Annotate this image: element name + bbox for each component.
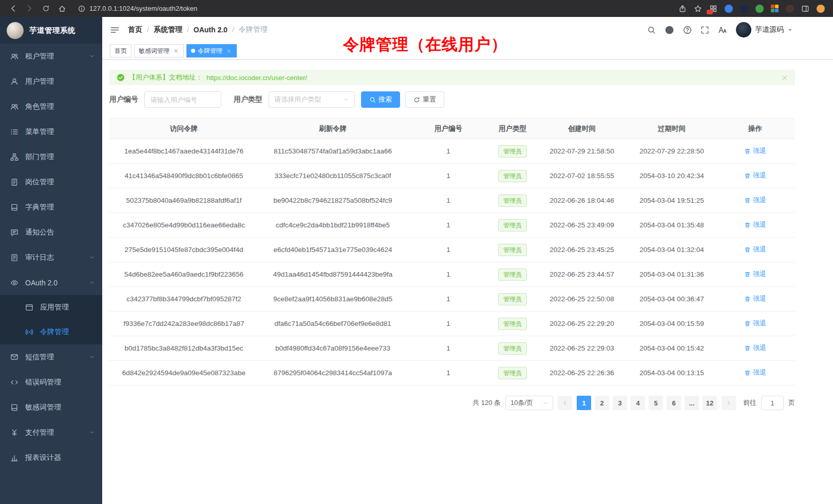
forward-icon[interactable] [23,3,36,15]
sidebar-item-notice[interactable]: 通知公告 [0,220,102,245]
table-row: 54d6be82ee5a460a9aedc1f9bf22365649d1aa46… [109,262,795,287]
force-logout-button[interactable]: 强退 [744,319,766,328]
breadcrumb-item: 令牌管理 [239,25,268,34]
home-icon[interactable] [55,3,69,15]
collapse-menu-icon[interactable] [110,25,120,35]
breadcrumb-item[interactable]: OAuth 2.0 [194,26,228,34]
tab-sensitive-word[interactable]: 敏感词管理 [134,44,184,57]
sidebar-item-oauth2[interactable]: OAuth 2.0 [0,270,102,295]
sidebar-item-menu[interactable]: 菜单管理 [0,119,102,144]
user-id-cell: 1 [446,197,450,204]
pagination-page-3[interactable]: 3 [613,396,627,410]
pagination-page-2[interactable]: 2 [595,396,609,410]
pagination-next[interactable] [722,396,736,410]
force-logout-button[interactable]: 强退 [744,245,766,254]
access-token-cell: b0d1785bc3a8482f812db4a3f3bd15ec [124,344,243,352]
sidebar-item-oauth2-app[interactable]: 应用管理 [0,295,102,320]
force-logout-button[interactable]: 强退 [744,343,766,353]
page-size-select[interactable]: 10条/页 [505,396,553,410]
pagination-page-5[interactable]: 5 [649,396,663,410]
delete-icon [744,320,751,327]
force-logout-button[interactable]: 强退 [744,368,766,377]
announcement-icon [10,228,18,237]
share-icon[interactable] [678,5,687,13]
sidebar-item-audit-log[interactable]: 审计日志 [0,245,102,270]
app-logo[interactable]: 芋道管理系统 [0,17,102,44]
user-type-select[interactable]: 请选择用户类型 [269,91,355,108]
extension-dark-icon[interactable] [740,5,748,13]
force-logout-button[interactable]: 强退 [744,220,766,229]
sidebar-item-pay[interactable]: 支付管理 [0,420,102,445]
bookmark-star-icon[interactable] [694,5,702,13]
alert-close-icon[interactable] [781,74,788,81]
colorful-extension-icon[interactable] [771,5,779,12]
sidebar-item-sms[interactable]: 短信管理 [0,344,102,370]
force-logout-button[interactable]: 强退 [744,269,766,279]
create-time-cell: 2022-06-25 23:44:57 [550,270,614,278]
force-logout-button[interactable]: 强退 [744,171,766,180]
pagination-more[interactable]: ... [685,396,699,410]
sidebar-item-dept[interactable]: 部门管理 [0,144,102,169]
breadcrumb-item[interactable]: 首页 [128,25,142,34]
pagination-page-4[interactable]: 4 [631,396,645,410]
extension-blue-icon[interactable] [725,5,733,13]
alert-link[interactable]: https://doc.iocoder.cn/user-center/ [206,74,307,82]
sidebar-item-tenant[interactable]: 租户管理 [0,44,102,69]
expire-time-cell: 2022-07-29 22:28:50 [639,147,704,155]
user-type-badge: 管理员 [498,195,527,207]
pagination-page-12[interactable]: 12 [703,396,717,410]
tab-close-icon[interactable] [172,47,179,54]
pagination-page-6[interactable]: 6 [667,396,681,410]
sidebar-item-oauth2-token[interactable]: 令牌管理 [0,320,102,344]
sidebar-item-user[interactable]: 用户管理 [0,69,102,94]
split-view-icon[interactable] [801,5,809,13]
breadcrumb-item[interactable]: 系统管理 [154,25,182,34]
user-icon [10,77,18,86]
force-logout-button[interactable]: 强退 [744,294,766,303]
pagination-prev[interactable] [558,396,572,410]
help-icon[interactable] [683,26,692,34]
column-header: 过期时间 [628,119,715,139]
extension-grid-icon[interactable] [709,5,717,13]
reload-icon[interactable] [39,3,52,15]
sidebar-item-role[interactable]: 角色管理 [0,94,102,119]
annotation-text: 令牌管理（在线用户） [343,34,507,55]
reset-button[interactable]: 重置 [405,91,444,108]
github-icon[interactable] [665,25,674,35]
search-button[interactable]: 搜索 [361,91,400,108]
address-bar[interactable]: 127.0.0.1:1024/system/oauth2/token [78,5,197,12]
force-logout-button[interactable]: 强退 [744,196,766,205]
search-icon[interactable] [647,26,656,34]
back-icon[interactable] [6,3,20,15]
user-type-badge: 管理员 [498,268,527,281]
user-menu[interactable]: 芋道源码 [736,22,793,37]
goto-page-input[interactable] [761,396,784,410]
expire-time-cell: 2054-03-04 01:35:48 [639,221,704,229]
sidebar-item-post[interactable]: 岗位管理 [0,169,102,195]
user-id-cell: 1 [446,295,450,303]
sidebar-item-dict[interactable]: 字典管理 [0,195,102,220]
sidebar-item-report[interactable]: 报表设计器 [0,445,102,470]
fullscreen-icon[interactable] [701,26,709,34]
create-time-cell: 2022-06-25 22:50:08 [550,295,614,303]
browser-profile-avatar[interactable] [817,5,825,13]
extension-green-icon[interactable] [755,5,764,13]
access-token-cell: c342377bf8b344799dcbf7bf095287f2 [126,295,241,303]
chevron-left-icon [562,400,568,406]
sidebar-item-sensitive-word[interactable]: 敏感词管理 [0,395,102,420]
chevron-up-icon [89,280,95,285]
force-logout-button[interactable]: 强退 [744,146,766,156]
expire-time-cell: 2054-03-04 00:15:42 [639,344,704,352]
user-id-input[interactable] [144,91,221,108]
pagination-page-1[interactable]: 1 [577,396,591,410]
tab-close-icon[interactable] [225,47,232,54]
refresh-icon [413,96,420,103]
font-size-icon[interactable] [718,25,727,34]
app-title: 芋道管理系统 [29,26,75,35]
sidebar-item-error-code[interactable]: 错误码管理 [0,370,102,395]
create-time-cell: 2022-07-29 21:58:50 [550,147,614,155]
paw-extension-icon[interactable] [786,5,794,13]
tab-home[interactable]: 首页 [110,44,131,57]
tab-token[interactable]: 令牌管理 [186,44,237,57]
page-info-icon[interactable] [78,5,85,12]
